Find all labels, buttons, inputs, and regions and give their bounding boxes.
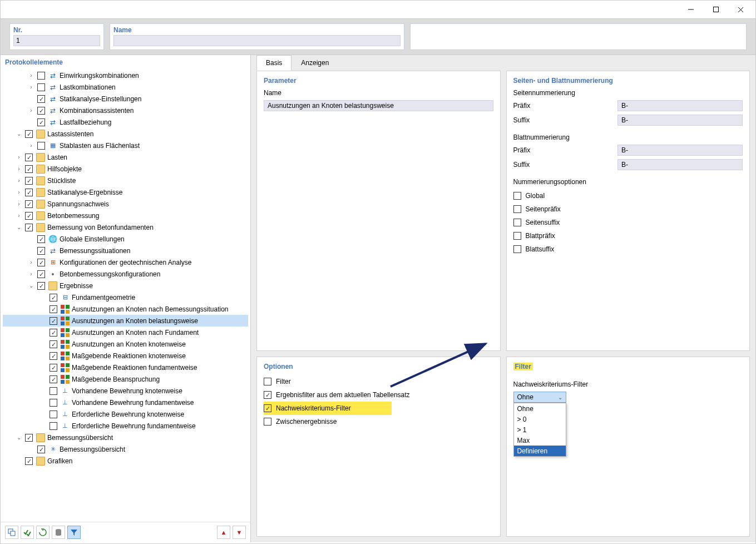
num-opt-checkbox[interactable]	[513, 245, 521, 253]
toolbar-up-button[interactable]: ▲	[217, 526, 230, 539]
name-value[interactable]	[113, 35, 401, 46]
tree-node[interactable]: ⌄Bemessung von Betonfundamenten	[3, 221, 248, 233]
tree-node[interactable]: ›Hilfsobjekte	[3, 163, 248, 175]
toolbar-copy-button[interactable]	[5, 526, 18, 539]
option-checkbox[interactable]	[264, 378, 271, 385]
tree-node[interactable]: ›Spannungsnachweis	[3, 198, 248, 210]
tree-toggle[interactable]: ›	[15, 154, 23, 161]
tree-checkbox[interactable]	[25, 434, 33, 442]
tree-toggle[interactable]: ⌄	[27, 282, 35, 290]
tree-node[interactable]: ⇄Bemessungssituationen	[3, 245, 248, 256]
tree-node[interactable]: Ausnutzungen an Knoten nach Fundament	[3, 327, 248, 338]
tree-node[interactable]: ⊥Vorhandene Bewehrung knotenweise	[3, 385, 248, 397]
tree-node[interactable]: Ausnutzungen an Knoten belastungsweise	[3, 315, 248, 327]
tree-toggle[interactable]: ⌄	[15, 434, 23, 442]
tree-toggle[interactable]: ›	[15, 165, 23, 173]
tree-checkbox[interactable]	[37, 142, 45, 150]
tree-checkbox[interactable]	[50, 411, 57, 418]
tree-node[interactable]: ›Lasten	[3, 151, 248, 163]
sheet-prefix-value[interactable]: B-	[617, 145, 743, 156]
tab-basis[interactable]: Basis	[256, 55, 291, 71]
tree-checkbox[interactable]	[50, 375, 57, 383]
filter-option[interactable]: Definieren	[514, 446, 566, 456]
filter-option[interactable]: > 0	[514, 414, 566, 424]
tree-node[interactable]: ›⇄Einwirkungskombinationen	[3, 70, 248, 81]
tree-checkbox[interactable]	[25, 200, 33, 208]
window-close-button[interactable]	[728, 2, 753, 17]
tree-node[interactable]: 🌐Globale Einstellungen	[3, 233, 248, 245]
tree-checkbox[interactable]	[50, 305, 57, 313]
window-minimize-button[interactable]	[678, 2, 703, 17]
tree-toggle[interactable]: ›	[27, 72, 35, 80]
tree-checkbox[interactable]	[25, 212, 33, 220]
toolbar-check-all-button[interactable]	[21, 526, 34, 539]
tree-toggle[interactable]: ›	[27, 83, 35, 91]
tree-node[interactable]: ›Betonbemessung	[3, 210, 248, 221]
tree-toggle[interactable]: ›	[15, 189, 23, 196]
tree-checkbox[interactable]	[37, 118, 45, 126]
num-opt-checkbox[interactable]	[513, 205, 521, 213]
tree-node[interactable]: ›Stückliste	[3, 175, 248, 186]
tree-checkbox[interactable]	[50, 317, 57, 325]
tree-node[interactable]: ⇄Statikanalyse-Einstellungen	[3, 93, 248, 105]
tree-checkbox[interactable]	[50, 294, 57, 301]
tree-node[interactable]: ›▦Stablasten aus Flächenlast	[3, 140, 248, 151]
tree-toggle[interactable]: ⌄	[15, 130, 23, 138]
tree-checkbox[interactable]	[25, 165, 33, 173]
tree-node[interactable]: ✳Bemessungsübersicht	[3, 443, 248, 455]
tree-toggle[interactable]: ›	[15, 177, 23, 185]
tree-checkbox[interactable]	[25, 177, 33, 185]
tree-checkbox[interactable]	[37, 282, 45, 290]
filter-option[interactable]: Ohne	[514, 403, 566, 414]
tree-toggle[interactable]: ›	[15, 212, 23, 220]
tree-checkbox[interactable]	[25, 154, 33, 161]
tree-checkbox[interactable]	[25, 189, 33, 196]
tab-anzeigen[interactable]: Anzeigen	[291, 55, 338, 71]
tree-checkbox[interactable]	[37, 259, 45, 266]
tree-node[interactable]: ⊟Fundamentgeometrie	[3, 291, 248, 303]
window-maximize-button[interactable]	[703, 2, 728, 17]
tree-toggle[interactable]: ›	[27, 142, 35, 150]
tree-checkbox[interactable]	[50, 364, 57, 372]
page-suffix-value[interactable]: B-	[617, 115, 743, 126]
tree-checkbox[interactable]	[37, 247, 45, 255]
tree-node[interactable]: ⌄Lastassistenten	[3, 128, 248, 140]
tree-node[interactable]: Maßgebende Reaktionen knotenweise	[3, 350, 248, 362]
tree-node[interactable]: ⊥Erforderliche Bewehrung fundamentweise	[3, 420, 248, 432]
tree-node[interactable]: ⇄Lastfallbeziehung	[3, 116, 248, 128]
nr-value[interactable]: 1	[13, 35, 100, 46]
tree-checkbox[interactable]	[50, 399, 57, 407]
tree-checkbox[interactable]	[37, 95, 45, 103]
option-checkbox[interactable]	[264, 418, 271, 426]
tree-checkbox[interactable]	[50, 387, 57, 395]
filter-option[interactable]: Max	[514, 435, 566, 446]
parameter-name-value[interactable]: Ausnutzungen an Knoten belastungsweise	[264, 100, 493, 111]
toolbar-filter-button[interactable]	[67, 526, 81, 539]
tree-checkbox[interactable]	[50, 340, 57, 348]
num-opt-checkbox[interactable]	[513, 219, 521, 226]
tree-node[interactable]: Maßgebende Beanspruchung	[3, 373, 248, 385]
tree-node[interactable]: ›⇄Lastkombinationen	[3, 81, 248, 93]
tree-node[interactable]: Ausnutzungen an Knoten knotenweise	[3, 338, 248, 350]
tree-checkbox[interactable]	[50, 329, 57, 337]
tree-checkbox[interactable]	[50, 422, 57, 430]
tree-checkbox[interactable]	[25, 457, 33, 465]
option-checkbox[interactable]	[264, 391, 271, 399]
tree-node[interactable]: ›Statikanalyse-Ergebnisse	[3, 186, 248, 198]
toolbar-db-button[interactable]	[52, 526, 65, 539]
tree-checkbox[interactable]	[37, 270, 45, 278]
tree-checkbox[interactable]	[37, 83, 45, 91]
tree-toggle[interactable]: ›	[27, 259, 35, 266]
page-prefix-value[interactable]: B-	[617, 100, 743, 111]
tree-node[interactable]: ›⇄Kombinationsassistenten	[3, 105, 248, 116]
tree-checkbox[interactable]	[25, 130, 33, 138]
toolbar-down-button[interactable]: ▼	[233, 526, 246, 539]
tree-node[interactable]: Maßgebende Reaktionen fundamentweise	[3, 362, 248, 373]
tree-node[interactable]: ⌄Ergebnisse	[3, 280, 248, 291]
tree-checkbox[interactable]	[37, 107, 45, 115]
tree-toggle[interactable]: ›	[27, 270, 35, 278]
tree-node[interactable]: ›•Betonbemessungskonfigurationen	[3, 268, 248, 280]
tree-checkbox[interactable]	[37, 72, 45, 80]
option-checkbox[interactable]	[264, 404, 271, 412]
sheet-suffix-value[interactable]: B-	[617, 159, 743, 170]
